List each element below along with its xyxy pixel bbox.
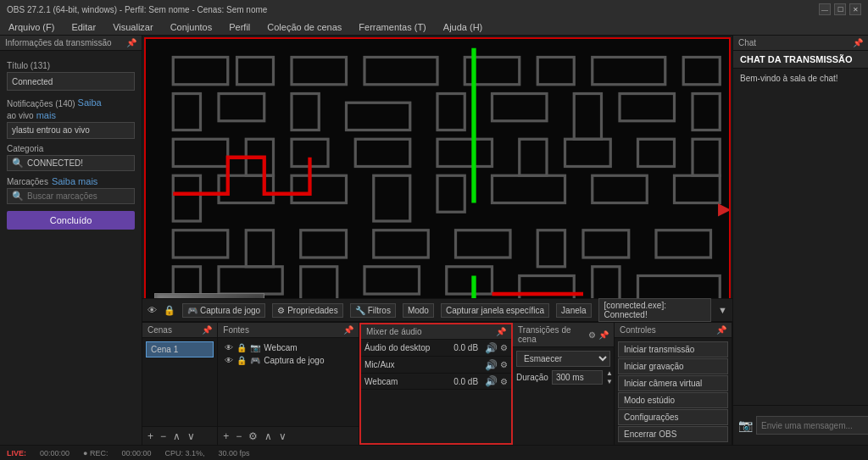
capture-icon: 🎮 xyxy=(187,306,198,315)
audio-track-webcam: Webcam 0.0 dB 🔊 ⚙ xyxy=(361,374,511,390)
notif-saiba-link[interactable]: Saiba xyxy=(78,97,102,108)
scenes-list: Cena 1 xyxy=(142,338,217,426)
chat-header: CHAT DA TRANSMISSÃO xyxy=(733,51,868,69)
track-webcam-controls: 🔊 ⚙ xyxy=(485,375,508,387)
audio-track-mic: Mic/Aux 🔊 ⚙ xyxy=(361,357,511,374)
duration-input[interactable] xyxy=(552,370,603,385)
title-input[interactable] xyxy=(7,72,135,91)
right-panel: Chat 📌 CHAT DA TRANSMISSÃO Bem-vindo à s… xyxy=(732,36,868,445)
webcam-lock-icon[interactable]: 🔒 xyxy=(236,343,247,352)
transition-select[interactable]: Esmaecer xyxy=(516,351,610,367)
scene-item[interactable]: Cena 1 xyxy=(146,341,214,357)
fps-label: 30.00 fps xyxy=(219,449,250,457)
scenes-pin-icon[interactable]: 📌 xyxy=(202,325,212,335)
studio-mode-btn[interactable]: Modo estúdio xyxy=(618,392,728,408)
chat-pin-icon[interactable]: 📌 xyxy=(853,38,863,47)
transitions-content: Esmaecer Duração ▲ ▼ xyxy=(513,347,614,445)
start-recording-btn[interactable]: Iniciar gravação xyxy=(618,358,728,374)
scene-remove-btn[interactable]: − xyxy=(159,430,168,442)
notif-mais-link[interactable]: mais xyxy=(36,110,56,120)
pin-icon[interactable]: 📌 xyxy=(126,38,136,47)
source-down-btn[interactable]: ∨ xyxy=(277,430,288,442)
eye-toggle[interactable]: 👁 xyxy=(147,305,157,315)
transitions-gear-icon[interactable]: ⚙ xyxy=(588,330,596,340)
chat-input-area: 📷 ⚙ Chat xyxy=(733,405,868,445)
scene-down-btn[interactable]: ∨ xyxy=(186,430,197,442)
source-row-game[interactable]: 👁 🔒 🎮 Captura de jogo xyxy=(221,354,355,367)
webcam-mute-icon[interactable]: 🔊 xyxy=(485,375,498,387)
audio-mixer-header: Mixer de áudio 📌 xyxy=(361,324,511,340)
chat-title: CHAT DA TRANSMISSÃO xyxy=(740,54,853,64)
menu-visualizar[interactable]: Visualizar xyxy=(109,22,157,32)
audio-pin-icon[interactable]: 📌 xyxy=(496,327,506,336)
capture-window-btn[interactable]: Capturar janela específica xyxy=(441,303,549,318)
duration-up-btn[interactable]: ▲ xyxy=(606,369,613,377)
menu-ferramentas[interactable]: Ferramentas (T) xyxy=(355,22,429,32)
window-title: OBS 27.2.1 (64-bit, windows) - Perfil: S… xyxy=(7,5,267,14)
rec-label: ● REC: xyxy=(83,449,108,457)
exit-obs-btn[interactable]: Encerrar OBS xyxy=(618,426,728,442)
menu-ajuda[interactable]: Ajuda (H) xyxy=(440,22,486,32)
scenes-panel: Cenas 📌 Cena 1 + − ∧ ∨ xyxy=(142,323,218,445)
marcacoes-label: Marcações xyxy=(7,177,48,186)
properties-btn[interactable]: ⚙ Propriedades xyxy=(272,303,342,318)
webcam-eye-icon[interactable]: 👁 xyxy=(225,343,233,352)
start-stream-btn[interactable]: Iniciar transmissão xyxy=(618,341,728,357)
search-icon-2: 🔍 xyxy=(12,191,24,202)
scene-add-btn[interactable]: + xyxy=(146,430,155,442)
controls-panel: Controles 📌 Iniciar transmissão Iniciar … xyxy=(615,323,732,445)
notification-text: ylastu entrou ao vivo xyxy=(7,122,135,139)
source-remove-btn[interactable]: − xyxy=(234,430,243,442)
chat-input[interactable] xyxy=(756,416,868,435)
restore-button[interactable]: ☐ xyxy=(834,3,846,15)
marcacoes-input[interactable] xyxy=(27,191,135,201)
menu-colecao[interactable]: Coleção de cenas xyxy=(264,22,345,32)
track-mic-name: Mic/Aux xyxy=(364,360,441,369)
source-info: [connected.exe]: Connected! xyxy=(598,298,712,322)
sources-pin-icon[interactable]: 📌 xyxy=(343,325,353,335)
webcam-gear-icon[interactable]: ⚙ xyxy=(500,377,508,386)
source-settings-btn[interactable]: ⚙ xyxy=(247,430,259,442)
minimize-button[interactable]: — xyxy=(819,3,831,15)
category-input[interactable] xyxy=(27,158,135,168)
main-area: Informações da transmissão 📌 Título (131… xyxy=(0,36,868,445)
game-eye-icon[interactable]: 👁 xyxy=(225,356,233,365)
mic-gear-icon[interactable]: ⚙ xyxy=(500,360,508,369)
start-virtual-camera-btn[interactable]: Iniciar câmera virtual xyxy=(618,375,728,391)
filters-btn[interactable]: 🔧 Filtros xyxy=(350,303,396,318)
marcacoes-search[interactable]: 🔍 xyxy=(7,188,135,204)
menu-editar[interactable]: Editar xyxy=(68,22,99,32)
capture-btn[interactable]: 🎮 Captura de jogo xyxy=(182,303,265,318)
desktop-mute-icon[interactable]: 🔊 xyxy=(485,342,498,354)
menu-perfil[interactable]: Perfil xyxy=(225,22,253,32)
lock-toggle[interactable]: 🔒 xyxy=(164,305,175,316)
transitions-pin-icon[interactable]: 📌 xyxy=(598,330,609,340)
window-btn[interactable]: Janela xyxy=(556,303,591,318)
source-add-btn[interactable]: + xyxy=(221,430,231,442)
desktop-gear-icon[interactable]: ⚙ xyxy=(500,343,508,352)
toolbar-arrow-down[interactable]: ▼ xyxy=(718,305,727,315)
source-up-btn[interactable]: ∧ xyxy=(263,430,274,442)
menu-arquivo[interactable]: Arquivo (F) xyxy=(5,22,58,32)
marcacoes-saiba-link[interactable]: Saiba mais xyxy=(52,176,97,186)
scene-up-btn[interactable]: ∧ xyxy=(171,430,182,442)
preview-area: ▶ xyxy=(144,37,731,298)
notif-label: Notificações (140) xyxy=(7,99,75,108)
menu-bar: Arquivo (F) Editar Visualizar Conjuntos … xyxy=(0,19,868,36)
close-button[interactable]: ✕ xyxy=(849,3,861,15)
controls-pin-icon[interactable]: 📌 xyxy=(716,325,726,335)
done-button[interactable]: Concluído xyxy=(7,211,135,230)
category-search[interactable]: 🔍 xyxy=(7,155,135,171)
chat-panel-header: Chat 📌 xyxy=(733,36,868,51)
arrow-right-indicator: ▶ xyxy=(718,198,731,219)
game-lock-icon[interactable]: 🔒 xyxy=(236,356,247,365)
chat-welcome-msg: Bem-vindo à sala de chat! xyxy=(740,74,838,83)
title-label: Título (131) xyxy=(7,61,135,70)
duration-down-btn[interactable]: ▼ xyxy=(606,378,613,385)
menu-conjuntos[interactable]: Conjuntos xyxy=(167,22,216,32)
settings-btn[interactable]: Configurações xyxy=(618,409,728,425)
chat-messages: Bem-vindo à sala de chat! xyxy=(733,69,868,405)
source-row-webcam[interactable]: 👁 🔒 📷 Webcam xyxy=(221,341,355,354)
mic-mute-icon[interactable]: 🔊 xyxy=(485,359,498,371)
mode-btn[interactable]: Modo xyxy=(403,303,434,318)
